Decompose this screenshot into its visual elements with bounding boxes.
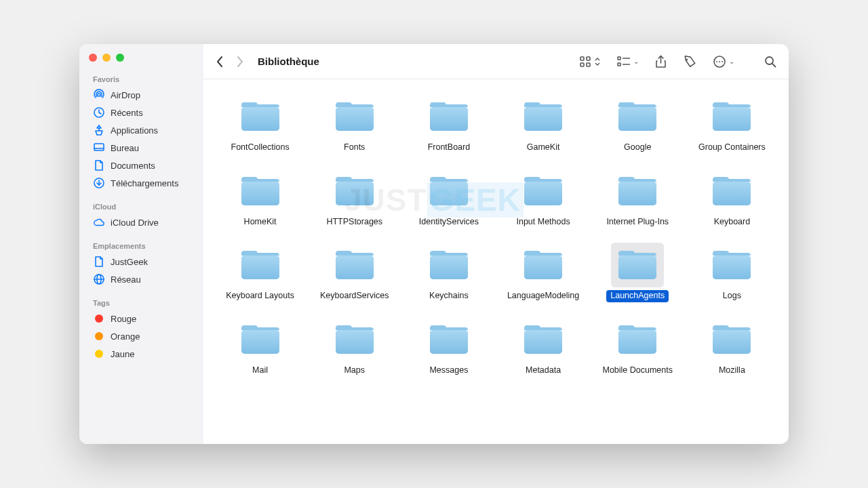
folder-label: Keyboard Layouts [222,290,298,302]
sidebar-item-justgeek[interactable]: JustGeek [79,253,203,270]
folder-label: Input Methods [512,216,574,228]
folder-item[interactable]: Fonts [307,92,401,155]
folder-item[interactable]: GameKit [496,92,591,155]
svg-rect-15 [618,63,620,66]
sidebar-section-label: Favoris [79,73,203,86]
folder-label: HomeKit [240,216,281,228]
folder-item[interactable]: Mozilla [685,314,779,378]
sidebar-item-icloud-drive[interactable]: iCloud Drive [79,214,203,231]
doc-icon [93,256,105,268]
sidebar-item-label: AirDrop [111,90,140,100]
sidebar-item-bureau[interactable]: Bureau [79,139,203,157]
folder-item[interactable]: FrontBoard [401,92,496,155]
folder-label: LaunchAgents [606,290,669,302]
folder-item[interactable]: Maps [307,314,401,378]
sidebar-item-label: Téléchargements [111,178,178,188]
sidebar-item-rouge[interactable]: Rouge [79,310,203,327]
folder-item[interactable]: Google [591,92,685,155]
svg-rect-73 [713,330,751,354]
folder-label: Keychains [425,290,473,302]
close-button[interactable] [89,54,97,62]
svg-point-24 [766,57,773,64]
svg-rect-12 [580,63,584,66]
tag-icon [93,330,105,342]
svg-rect-69 [524,330,562,354]
toolbar: Bibliothèque ⌄ [203,44,789,79]
sidebar-item-label: Orange [111,331,140,342]
svg-rect-71 [618,330,656,354]
folder-icon [705,243,758,287]
folder-item[interactable]: Group Containers [685,92,779,155]
zoom-button[interactable] [116,54,124,62]
content-area[interactable]: FontCollections Fonts FrontBoard GameKit… [203,79,789,444]
sidebar-item-téléchargements[interactable]: Téléchargements [79,174,203,192]
folder-icon [234,169,287,214]
folder-item[interactable]: LaunchAgents [591,240,685,304]
main-area: Bibliothèque ⌄ [203,44,789,444]
nav-back-button[interactable] [216,56,224,68]
folder-item[interactable]: KeyboardServices [307,240,401,304]
share-button[interactable] [655,55,667,68]
folder-item[interactable]: Mobile Documents [591,314,685,378]
folder-label: Metadata [521,365,565,377]
sidebar-item-jaune[interactable]: Jaune [79,345,203,363]
folder-label: Messages [425,365,472,377]
folder-item[interactable]: LanguageModeling [496,240,591,304]
folder-item[interactable]: Input Methods [496,166,591,230]
folder-icon [234,317,287,362]
svg-rect-31 [430,107,468,131]
nav-forward-button[interactable] [236,56,244,68]
folder-label: HTTPStorages [322,216,387,228]
sidebar-item-réseau[interactable]: Réseau [79,270,203,288]
folder-item[interactable]: Keyboard Layouts [213,240,307,304]
folder-item[interactable]: Internet Plug-Ins [591,166,685,230]
search-button[interactable] [764,56,776,68]
sidebar-item-documents[interactable]: Documents [79,157,203,174]
folder-icon [705,94,758,139]
svg-point-0 [98,94,100,96]
folder-item[interactable]: Messages [401,314,496,378]
sidebar-section-label: Emplacements [79,239,203,253]
folder-item[interactable]: Mail [213,314,307,378]
view-mode-button[interactable] [579,56,601,68]
folder-item[interactable]: Logs [685,240,779,304]
svg-rect-10 [580,57,584,60]
svg-line-25 [772,64,776,67]
folder-label: IdentityServices [415,216,483,228]
folder-item[interactable]: Keyboard [685,166,779,230]
svg-point-21 [716,61,717,62]
sidebar-section-label: iCloud [79,200,203,214]
folder-icon [517,243,570,287]
sidebar-item-récents[interactable]: Récents [79,104,203,121]
folder-item[interactable]: HTTPStorages [307,166,401,230]
sidebar-section-label: Tags [79,296,203,310]
folder-label: Logs [719,290,745,302]
folder-label: Fonts [340,142,369,154]
window-controls [79,54,203,73]
tag-icon [93,312,105,325]
svg-rect-13 [587,63,590,66]
globe-icon [93,273,105,285]
folder-item[interactable]: HomeKit [213,166,307,230]
sidebar-item-orange[interactable]: Orange [79,327,203,345]
folder-grid: FontCollections Fonts FrontBoard GameKit… [213,92,779,378]
folder-item[interactable]: FontCollections [213,92,307,155]
tags-button[interactable] [683,55,696,68]
more-actions-button[interactable]: ⌄ [713,55,734,68]
sidebar-item-applications[interactable]: Applications [79,121,203,139]
folder-icon [422,94,475,139]
sidebar-item-airdrop[interactable]: AirDrop [79,86,203,104]
folder-item[interactable]: Keychains [401,240,496,304]
svg-point-22 [719,61,720,62]
group-by-button[interactable]: ⌄ [617,56,639,67]
svg-rect-27 [241,107,279,131]
sidebar-item-label: Récents [111,108,143,118]
folder-item[interactable]: IdentityServices [401,166,496,230]
sidebar-item-label: Applications [111,125,158,136]
svg-rect-45 [524,182,562,205]
folder-icon [705,317,758,362]
minimize-button[interactable] [102,54,111,62]
folder-item[interactable]: Metadata [496,314,591,378]
folder-icon [611,243,664,287]
svg-rect-51 [241,256,279,279]
